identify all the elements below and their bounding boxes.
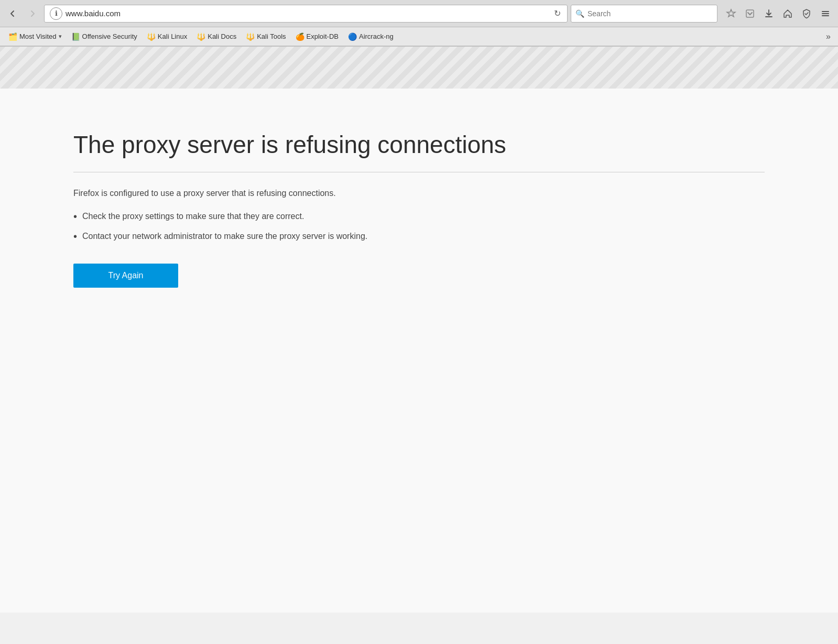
- error-title: The proxy server is refusing connections: [73, 130, 765, 159]
- bookmark-aircrack-ng-label: Aircrack-ng: [359, 32, 394, 40]
- bookmark-kali-linux[interactable]: 🔱 Kali Linux: [143, 31, 191, 42]
- privacy-button[interactable]: [798, 5, 815, 22]
- url-bar[interactable]: ℹ ↻: [44, 5, 568, 23]
- stripe-area: [0, 47, 838, 89]
- browser-chrome: ℹ ↻ 🔍: [0, 0, 838, 47]
- kali-tools-icon: 🔱: [246, 32, 255, 41]
- svg-rect-2: [822, 13, 829, 14]
- bookmark-kali-docs[interactable]: 🔱 Kali Docs: [192, 31, 241, 42]
- error-list: Check the proxy settings to make sure th…: [73, 210, 765, 243]
- bookmark-kali-docs-label: Kali Docs: [208, 32, 236, 40]
- bookmark-exploit-db-label: Exploit-DB: [307, 32, 339, 40]
- svg-rect-1: [822, 11, 829, 12]
- list-item-text: Contact your network administrator to ma…: [82, 230, 367, 243]
- url-input[interactable]: [66, 9, 549, 18]
- svg-rect-0: [746, 10, 754, 17]
- bookmarks-bar: 🗂️ Most Visited ▾ 📗 Offensive Security 🔱…: [0, 27, 838, 46]
- exploit-db-icon: 🍊: [296, 32, 304, 41]
- top-bar: ℹ ↻ 🔍: [0, 0, 838, 27]
- list-item: Contact your network administrator to ma…: [73, 230, 765, 243]
- downloads-button[interactable]: [760, 5, 777, 22]
- bookmark-star-button[interactable]: [723, 5, 739, 22]
- aircrack-ng-icon: 🔵: [348, 32, 357, 41]
- home-button[interactable]: [779, 5, 796, 22]
- bookmark-most-visited[interactable]: 🗂️ Most Visited ▾: [4, 31, 66, 42]
- info-icon[interactable]: ℹ: [50, 7, 62, 20]
- bookmark-kali-tools-label: Kali Tools: [257, 32, 286, 40]
- bookmark-kali-tools[interactable]: 🔱 Kali Tools: [242, 31, 290, 42]
- error-description: Firefox is configured to use a proxy ser…: [73, 187, 765, 200]
- toolbar-icons: [723, 5, 834, 22]
- search-input[interactable]: [587, 9, 713, 18]
- svg-rect-3: [822, 15, 829, 16]
- list-item: Check the proxy settings to make sure th…: [73, 210, 765, 223]
- reload-button[interactable]: ↻: [552, 7, 563, 19]
- pocket-button[interactable]: [742, 5, 758, 22]
- kali-linux-icon: 🔱: [147, 32, 156, 41]
- most-visited-arrow: ▾: [59, 33, 62, 40]
- bookmark-kali-linux-label: Kali Linux: [158, 32, 187, 40]
- bookmark-offensive-security-label: Offensive Security: [82, 32, 137, 40]
- bookmarks-more-button[interactable]: »: [823, 30, 834, 43]
- kali-docs-icon: 🔱: [197, 32, 205, 41]
- most-visited-icon: 🗂️: [8, 32, 17, 41]
- try-again-button[interactable]: Try Again: [73, 264, 178, 288]
- bookmark-offensive-security[interactable]: 📗 Offensive Security: [67, 31, 142, 42]
- forward-button[interactable]: [24, 5, 41, 22]
- offensive-security-icon: 📗: [71, 32, 80, 41]
- bookmark-aircrack-ng[interactable]: 🔵 Aircrack-ng: [344, 31, 398, 42]
- menu-button[interactable]: [817, 5, 834, 22]
- divider: [73, 172, 765, 172]
- bookmark-exploit-db[interactable]: 🍊 Exploit-DB: [291, 31, 343, 42]
- search-icon: 🔍: [575, 9, 584, 18]
- back-button[interactable]: [4, 5, 21, 22]
- bookmark-most-visited-label: Most Visited: [19, 32, 57, 40]
- content-area: The proxy server is refusing connections…: [0, 89, 838, 613]
- list-item-text: Check the proxy settings to make sure th…: [82, 210, 304, 223]
- search-bar[interactable]: 🔍: [571, 5, 717, 23]
